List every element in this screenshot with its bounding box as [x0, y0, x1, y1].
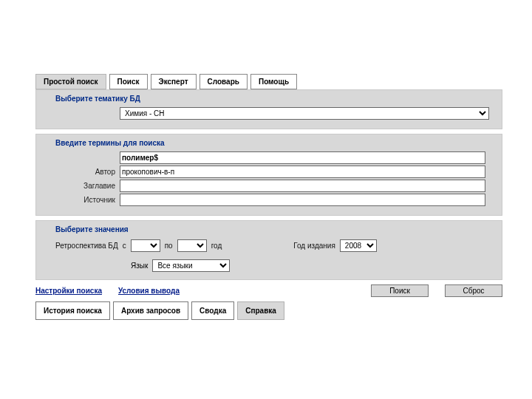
- retro-label: Ретроспектива БД: [55, 242, 118, 250]
- tab-search[interactable]: Поиск: [109, 74, 148, 89]
- tab-expert[interactable]: Эксперт: [151, 74, 197, 89]
- panel-subject-title: Выберите тематику БД: [42, 93, 496, 106]
- source-label: Источник: [42, 196, 120, 204]
- panel-subject: Выберите тематику БД Химия - CH: [35, 89, 502, 129]
- pub-year-select[interactable]: 2008: [340, 239, 377, 252]
- lang-label: Язык: [131, 262, 148, 270]
- source-input[interactable]: [120, 194, 485, 206]
- author-label: Автор: [42, 168, 120, 176]
- reset-button[interactable]: Сброс: [445, 284, 502, 297]
- tab-help[interactable]: Помощь: [250, 74, 297, 89]
- retro-from: с: [123, 242, 126, 250]
- tab-archive[interactable]: Архив запросов: [113, 301, 188, 320]
- retro-year-word: год: [211, 242, 222, 250]
- retro-to-select[interactable]: [177, 239, 207, 252]
- retro-to: по: [165, 242, 173, 250]
- bottom-tabs: История поиска Архив запросов Сводка Спр…: [35, 301, 502, 320]
- panel-terms: Введите термины для поиска Автор Заглави…: [35, 134, 502, 216]
- author-input[interactable]: [120, 166, 485, 178]
- tab-reference[interactable]: Справка: [237, 301, 284, 320]
- search-button[interactable]: Поиск: [371, 284, 429, 297]
- subject-select[interactable]: Химия - CH: [120, 107, 489, 120]
- tab-dictionary[interactable]: Словарь: [200, 74, 248, 89]
- panel-terms-title: Введите термины для поиска: [42, 137, 496, 150]
- lang-select[interactable]: Все языки: [152, 259, 230, 272]
- tab-summary[interactable]: Сводка: [191, 301, 234, 320]
- panel-values-title: Выберите значения: [42, 224, 496, 236]
- title-input[interactable]: [120, 180, 485, 192]
- tab-history[interactable]: История поиска: [35, 301, 110, 320]
- top-tabs: Простой поиск Поиск Эксперт Словарь Помо…: [35, 74, 502, 89]
- link-output-conditions[interactable]: Условия вывода: [118, 287, 180, 295]
- pub-year-label: Год издания: [293, 242, 335, 250]
- title-label: Заглавие: [42, 182, 120, 190]
- tab-simple-search[interactable]: Простой поиск: [35, 74, 106, 89]
- retro-from-select[interactable]: [131, 239, 160, 252]
- query-input[interactable]: [120, 151, 485, 164]
- panel-values: Выберите значения Ретроспектива БД с по …: [35, 220, 502, 280]
- footer-line: Настройки поиска Условия вывода Поиск Сб…: [35, 284, 502, 297]
- link-search-settings[interactable]: Настройки поиска: [35, 287, 102, 295]
